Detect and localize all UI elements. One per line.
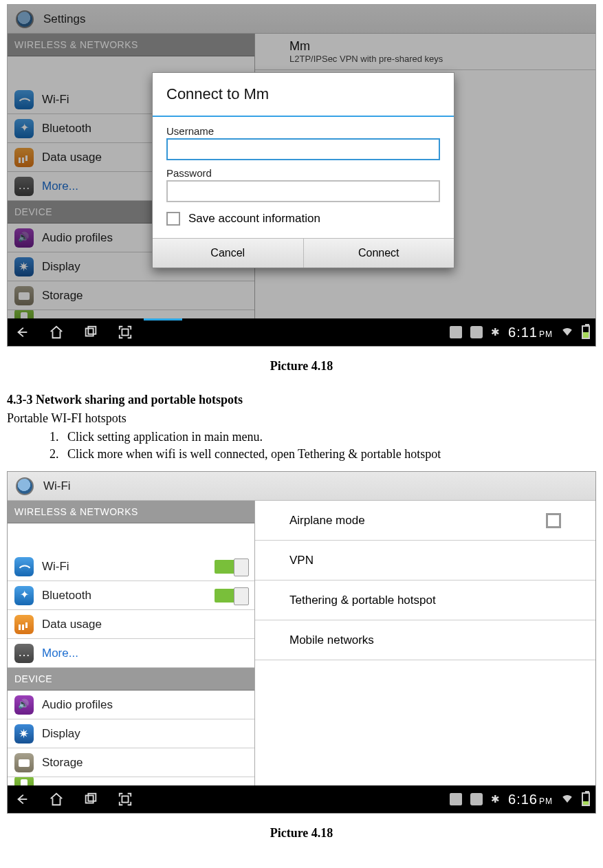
bluetooth-status-icon: ✱: [491, 793, 500, 805]
section-heading: 4.3-3 Network sharing and portable hotsp…: [7, 393, 596, 407]
checkbox-icon[interactable]: [546, 513, 561, 528]
username-label: Username: [166, 125, 440, 137]
sidebar-item-label: Audio profiles: [42, 698, 248, 712]
svg-rect-0: [86, 329, 94, 336]
dialog-title: Connect to Mm: [153, 73, 454, 116]
data-usage-icon: [14, 615, 34, 634]
password-input[interactable]: [166, 180, 440, 202]
sidebar-item-label: Data usage: [42, 618, 248, 631]
sidebar-item-label: Storage: [42, 756, 248, 770]
bluetooth-toggle[interactable]: [215, 589, 248, 603]
instruction-list: Click setting application in main menu. …: [62, 430, 596, 462]
option-airplane-mode[interactable]: Airplane mode: [255, 501, 595, 541]
save-account-row[interactable]: Save account information: [166, 212, 440, 226]
content-pane: Airplane mode VPN Tethering & portable h…: [255, 501, 595, 785]
back-icon[interactable]: [13, 323, 31, 341]
sidebar-item-storage[interactable]: Storage: [8, 748, 254, 777]
svg-rect-1: [88, 327, 96, 334]
battery-status-icon: [582, 792, 590, 806]
wifi-icon: [14, 557, 34, 576]
option-vpn[interactable]: VPN: [255, 541, 595, 581]
image-notification-icon: [450, 326, 462, 338]
save-account-label: Save account information: [188, 212, 320, 226]
status-time: 6:11PM: [508, 325, 553, 340]
sidebar-item-wifi[interactable]: Wi-Fi: [8, 552, 254, 581]
svg-rect-5: [122, 796, 128, 802]
body-text: Portable WI-FI hotspots: [7, 411, 596, 426]
sidebar-category-device: DEVICE: [8, 668, 254, 691]
system-navbar: ✱ 6:16PM: [8, 785, 595, 813]
wifi-status-icon: [561, 325, 573, 340]
option-label: Mobile networks: [289, 633, 374, 647]
bluetooth-icon: [14, 586, 34, 605]
message-notification-icon: [470, 326, 483, 338]
option-tethering[interactable]: Tethering & portable hotspot: [255, 581, 595, 620]
screenshot-icon[interactable]: [116, 323, 134, 341]
audio-icon: [14, 695, 34, 715]
instruction-step: Click setting application in main menu.: [62, 430, 596, 444]
svg-rect-2: [122, 329, 128, 335]
sidebar-category-wireless: WIRELESS & NETWORKS: [8, 501, 254, 523]
svg-rect-4: [88, 794, 96, 801]
wifi-status-icon: [561, 792, 573, 807]
screenshot-icon[interactable]: [116, 790, 134, 808]
titlebar-title: Wi-Fi: [43, 479, 71, 493]
sidebar-item-display[interactable]: Display: [8, 719, 254, 748]
settings-icon: [16, 477, 34, 495]
sidebar-item-label: Wi-Fi: [42, 560, 215, 574]
more-icon: [14, 644, 34, 663]
figure-caption: Picture 4.18: [7, 826, 596, 840]
option-label: VPN: [289, 554, 314, 567]
storage-icon: [14, 753, 34, 772]
wifi-toggle[interactable]: [215, 560, 248, 574]
figure-caption: Picture 4.18: [7, 359, 596, 373]
password-label: Password: [166, 167, 440, 179]
image-notification-icon: [450, 793, 462, 805]
sidebar-item-label: More...: [42, 647, 248, 660]
display-icon: [14, 724, 34, 744]
screenshot-settings-more: Wi-Fi WIRELESS & NETWORKS Wi-Fi Bluetoot…: [7, 471, 596, 814]
option-label: Tethering & portable hotspot: [289, 594, 436, 607]
username-input[interactable]: [166, 138, 440, 160]
sidebar: WIRELESS & NETWORKS Wi-Fi Bluetooth Data…: [8, 501, 255, 785]
instruction-step: Click more when wifi is well connected, …: [62, 447, 596, 462]
sidebar-item-bluetooth[interactable]: Bluetooth: [8, 581, 254, 610]
checkbox-icon[interactable]: [166, 212, 180, 226]
message-notification-icon: [470, 793, 483, 805]
home-icon[interactable]: [47, 790, 65, 808]
sidebar-item-label: Display: [42, 727, 248, 741]
connect-button[interactable]: Connect: [304, 239, 454, 268]
option-mobile-networks[interactable]: Mobile networks: [255, 620, 595, 660]
svg-rect-3: [86, 796, 94, 803]
sidebar-item-more[interactable]: More...: [8, 639, 254, 668]
screenshot-settings-vpn-connect: Settings WIRELESS & NETWORKS Wi-Fi Bluet…: [7, 4, 596, 347]
system-navbar: ✱ 6:11PM: [8, 318, 595, 346]
cancel-button[interactable]: Cancel: [153, 239, 304, 268]
bluetooth-status-icon: ✱: [491, 326, 500, 338]
sidebar-item-data-usage[interactable]: Data usage: [8, 610, 254, 639]
option-label: Airplane mode: [289, 514, 365, 528]
sidebar-item-label: Bluetooth: [42, 589, 215, 603]
back-icon[interactable]: [13, 790, 31, 808]
status-time: 6:16PM: [508, 792, 553, 807]
sidebar-item-audio-profiles[interactable]: Audio profiles: [8, 691, 254, 719]
battery-status-icon: [582, 325, 590, 339]
recent-apps-icon[interactable]: [82, 790, 100, 808]
recent-apps-icon[interactable]: [82, 323, 100, 341]
ime-indicator: [144, 318, 182, 321]
connect-dialog: Connect to Mm Username Password Save acc…: [152, 72, 454, 268]
titlebar: Wi-Fi: [8, 472, 595, 501]
home-icon[interactable]: [47, 323, 65, 341]
